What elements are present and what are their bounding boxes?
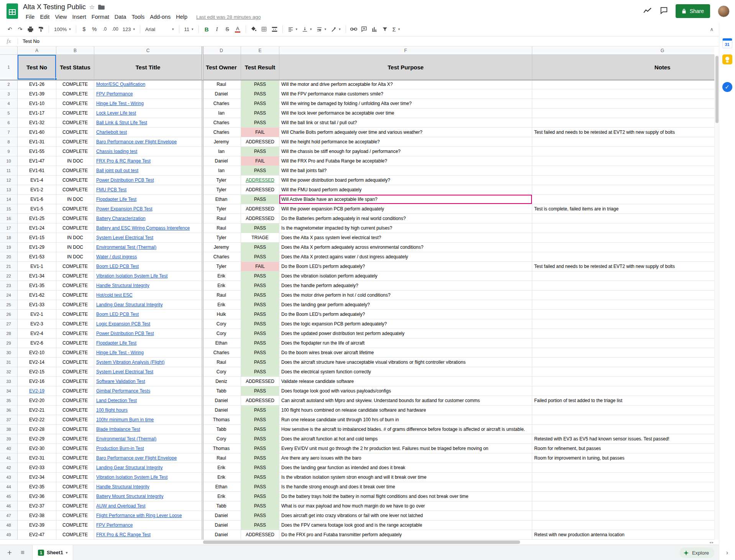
menu-data[interactable]: Data — [112, 13, 129, 21]
row-header[interactable]: 15 — [0, 204, 18, 214]
cell[interactable]: COMPLETE — [56, 128, 94, 137]
cell[interactable]: PASS — [241, 406, 279, 415]
cell[interactable]: System Level Electrical Test — [94, 367, 202, 377]
cell[interactable] — [532, 233, 714, 243]
cell[interactable]: EV1-10 — [18, 99, 56, 108]
cell[interactable] — [532, 137, 714, 147]
cell[interactable] — [532, 482, 714, 492]
cell[interactable] — [532, 310, 714, 319]
cell[interactable]: COMPLETE — [56, 501, 94, 511]
cell[interactable]: PASS — [241, 386, 279, 396]
cell[interactable]: Jeremy — [202, 243, 241, 252]
cell[interactable]: PASS — [241, 425, 279, 434]
cell[interactable]: Does the FPV camera footage look good an… — [279, 521, 532, 530]
row-header[interactable]: 44 — [0, 482, 18, 492]
select-all-corner[interactable] — [0, 46, 18, 55]
cell[interactable]: EV1-17 — [18, 108, 56, 118]
cell[interactable]: EV2-35 — [18, 482, 56, 492]
cell[interactable]: Will the power expansion PCB perform ade… — [279, 204, 532, 214]
menu-edit[interactable]: Edit — [37, 13, 52, 21]
cell[interactable]: EV2-15 — [18, 367, 56, 377]
cell[interactable]: PASS — [241, 99, 279, 108]
cell[interactable]: PASS — [241, 281, 279, 291]
cell[interactable]: Does the flopdapter run the life of airc… — [279, 338, 532, 348]
cell[interactable]: Daniel — [202, 406, 241, 415]
vertical-align-button[interactable]: ▾ — [300, 24, 314, 34]
cell[interactable]: COMPLETE — [56, 425, 94, 434]
cell[interactable]: System Level Electrical Test — [94, 233, 202, 243]
cell[interactable]: Chassis loading test — [94, 147, 202, 156]
cell[interactable]: Tyler — [202, 262, 241, 271]
cell[interactable]: PASS — [241, 310, 279, 319]
cell[interactable]: Cory — [202, 329, 241, 338]
row-header[interactable]: 9 — [0, 147, 18, 156]
cell[interactable]: Power Distribution PCB Test — [94, 329, 202, 338]
cell[interactable]: EV2-21 — [18, 406, 56, 415]
cell[interactable]: Production Burn-in Test — [94, 444, 202, 453]
cell[interactable]: PASS — [241, 166, 279, 176]
row-header[interactable]: 40 — [0, 444, 18, 453]
menu-insert[interactable]: Insert — [70, 13, 89, 21]
cell[interactable]: COMPLETE — [56, 434, 94, 444]
cell[interactable]: Tyler — [202, 204, 241, 214]
cell[interactable]: Cory — [202, 434, 241, 444]
row-header[interactable]: 25 — [0, 300, 18, 310]
cell[interactable]: ADDRESSED — [241, 377, 279, 386]
cell[interactable]: COMPLETE — [56, 406, 94, 415]
cell[interactable]: COMPLETE — [56, 358, 94, 367]
cell[interactable]: COMPLETE — [56, 310, 94, 319]
cell[interactable]: 100hr minimum Burn in time — [94, 415, 202, 425]
row-header[interactable]: 5 — [0, 108, 18, 118]
cell[interactable]: Test failed and needs to be retested at … — [532, 128, 714, 137]
row-header[interactable]: 28 — [0, 329, 18, 338]
calendar-icon[interactable]: 31 — [722, 38, 732, 48]
filter-button[interactable] — [380, 24, 390, 34]
row-header[interactable]: 38 — [0, 425, 18, 434]
hide-menus-button[interactable]: ∧ — [710, 26, 714, 32]
cell[interactable]: Baro Performance over Flight Envelope — [94, 453, 202, 463]
cell-link[interactable]: Battery and ESC Wiring Compass Interefen… — [96, 225, 190, 231]
cell[interactable]: Validate release candidate software — [279, 377, 532, 386]
row-header[interactable]: 39 — [0, 434, 18, 444]
cell[interactable]: EV2-19 — [18, 386, 56, 396]
row-header[interactable]: 30 — [0, 348, 18, 358]
row-header[interactable]: 6 — [0, 118, 18, 128]
cell-link[interactable]: Water / dust ingress — [96, 254, 137, 259]
cell-link[interactable]: Hinge Life Test - Wiring — [96, 350, 144, 355]
cell[interactable]: Hinge Life Test - Wiring — [94, 348, 202, 358]
cell-link[interactable]: Landing Gear Structural Integrity — [96, 302, 162, 307]
row-header[interactable]: 21 — [0, 262, 18, 271]
cell[interactable] — [532, 329, 714, 338]
cell[interactable]: PASS — [241, 511, 279, 521]
cell[interactable]: Cory — [202, 319, 241, 329]
cell-link[interactable]: FMU PCB Test — [96, 187, 126, 192]
horizontal-scrollbar[interactable]: ◂ ▸ — [203, 540, 714, 545]
cell[interactable] — [532, 147, 714, 156]
cell[interactable]: Room for refinement, but passes — [532, 444, 714, 453]
cell-link[interactable]: Power Distribution PCB Test — [96, 331, 154, 336]
cell[interactable]: 100 flight hours combined on release can… — [279, 406, 532, 415]
italic-button[interactable]: I — [212, 24, 222, 34]
cell[interactable]: Raul — [202, 223, 241, 233]
row-header[interactable]: 12 — [0, 176, 18, 185]
cell-link[interactable]: Handle Structural Integrity — [96, 283, 149, 288]
cell-link[interactable]: EV2-19 — [29, 388, 44, 394]
cell[interactable]: Will the power distribution board perfor… — [279, 176, 532, 185]
cell[interactable] — [532, 463, 714, 473]
cell[interactable]: EV1-39 — [18, 89, 56, 99]
decrease-decimals-button[interactable]: .0 — [100, 24, 110, 34]
horizontal-scrollbar-thumb[interactable] — [203, 540, 520, 544]
cell[interactable]: COMPLETE — [56, 492, 94, 501]
cell[interactable]: Are there any aero issues with the baro — [279, 453, 532, 463]
row-header[interactable]: 46 — [0, 501, 18, 511]
cell[interactable]: EV2-20 — [18, 396, 56, 406]
cell[interactable]: Charles — [202, 348, 241, 358]
column-header-B[interactable]: B — [56, 46, 94, 55]
cell[interactable]: EV2-30 — [18, 444, 56, 453]
format-currency-button[interactable]: $ — [79, 24, 89, 34]
format-percent-button[interactable]: % — [89, 24, 100, 34]
cell[interactable]: Will the FPV performance make customers … — [279, 89, 532, 99]
cell-link[interactable]: FPV Performance — [96, 522, 133, 528]
functions-button[interactable]: Σ▾ — [390, 24, 402, 34]
cell[interactable]: PASS — [241, 108, 279, 118]
